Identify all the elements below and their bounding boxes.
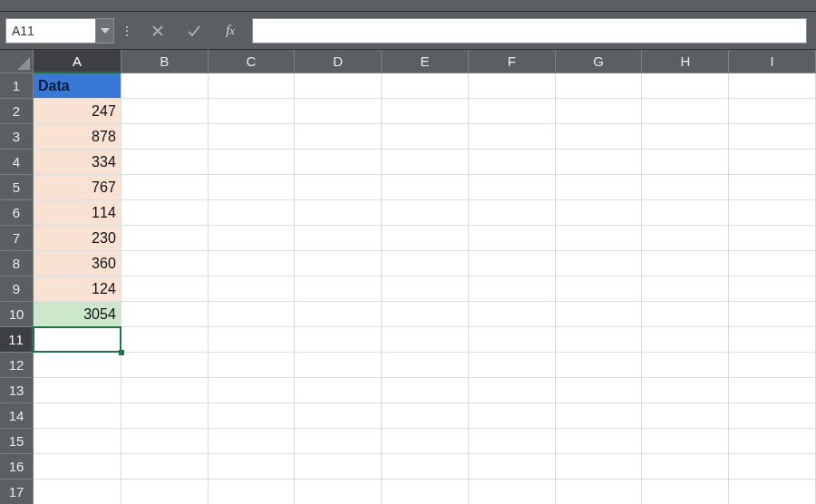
cell[interactable] [382,251,469,276]
cell[interactable] [121,378,209,403]
cell[interactable] [729,73,816,99]
cell[interactable] [209,378,296,403]
cell[interactable] [469,150,556,175]
cell[interactable] [642,353,729,378]
row-header[interactable]: 1 [0,73,34,99]
cell[interactable] [121,454,209,480]
cell[interactable] [729,276,816,302]
cell[interactable] [34,429,121,454]
row-header[interactable]: 14 [0,403,34,429]
cell[interactable] [469,403,556,429]
cell[interactable] [556,226,643,251]
fill-handle[interactable] [119,350,124,355]
cell[interactable] [121,175,209,200]
cell[interactable] [556,200,643,226]
cell[interactable] [556,378,643,403]
cell[interactable] [382,454,469,480]
cell[interactable] [209,276,296,302]
cell[interactable] [469,480,556,504]
cell[interactable] [295,454,382,480]
cell[interactable] [34,378,121,403]
name-box-dropdown[interactable] [96,18,114,44]
column-header[interactable]: H [642,50,729,73]
name-box[interactable] [5,18,96,44]
cell[interactable] [642,175,729,200]
cell[interactable] [34,327,121,353]
cell[interactable] [642,454,729,480]
cell[interactable] [295,327,382,353]
cell[interactable] [382,73,469,99]
cell[interactable] [382,403,469,429]
cell[interactable]: 360 [34,251,121,276]
row-header[interactable]: 16 [0,454,34,480]
spreadsheet-grid[interactable]: ABCDEFGHI 1234567891011121314151617 Data… [0,50,816,504]
column-header[interactable]: B [121,50,209,73]
cell[interactable] [295,302,382,327]
cell[interactable] [469,454,556,480]
row-header[interactable]: 15 [0,429,34,454]
cell[interactable] [729,378,816,403]
column-headers[interactable]: ABCDEFGHI [34,50,816,73]
cell[interactable] [642,276,729,302]
cell[interactable] [209,327,296,353]
cell[interactable] [556,480,643,504]
cell[interactable] [209,200,296,226]
cell[interactable] [209,302,296,327]
cell[interactable] [556,124,643,150]
cell[interactable] [469,124,556,150]
cell[interactable] [729,226,816,251]
cell[interactable] [729,353,816,378]
cell[interactable] [729,124,816,150]
cell[interactable] [469,99,556,124]
cell[interactable] [121,429,209,454]
cell[interactable] [469,327,556,353]
cell[interactable] [642,200,729,226]
cell[interactable] [209,480,296,504]
row-header[interactable]: 7 [0,226,34,251]
cell[interactable] [729,302,816,327]
cell[interactable] [295,150,382,175]
row-headers[interactable]: 1234567891011121314151617 [0,73,34,504]
cell[interactable] [382,226,469,251]
cell[interactable] [295,175,382,200]
cell[interactable]: 3054 [34,302,121,327]
cell[interactable]: 878 [34,124,121,150]
cell[interactable] [556,73,643,99]
cell[interactable] [642,99,729,124]
cell[interactable] [556,429,643,454]
cell[interactable] [382,175,469,200]
row-header[interactable]: 3 [0,124,34,150]
cell[interactable] [121,302,209,327]
cell[interactable] [34,480,121,504]
cell[interactable] [121,276,209,302]
cell[interactable] [556,302,643,327]
cell[interactable] [729,175,816,200]
cell[interactable] [556,276,643,302]
cell[interactable] [382,327,469,353]
cell[interactable] [121,73,209,99]
row-header[interactable]: 8 [0,251,34,276]
cell[interactable] [295,226,382,251]
cell[interactable] [556,150,643,175]
cell[interactable] [469,251,556,276]
cell[interactable] [295,480,382,504]
cell[interactable] [469,73,556,99]
cell[interactable] [121,226,209,251]
cell[interactable] [642,403,729,429]
cell[interactable] [382,124,469,150]
row-header[interactable]: 4 [0,150,34,175]
cell[interactable] [382,150,469,175]
row-header[interactable]: 12 [0,353,34,378]
cell[interactable] [382,480,469,504]
cell[interactable] [209,429,296,454]
column-header[interactable]: C [209,50,296,73]
cell[interactable] [382,302,469,327]
cell[interactable] [382,353,469,378]
cell[interactable] [556,251,643,276]
cell[interactable] [295,124,382,150]
cell[interactable] [121,124,209,150]
cell[interactable] [295,403,382,429]
cell[interactable] [121,251,209,276]
cell[interactable] [209,353,296,378]
row-header[interactable]: 5 [0,175,34,200]
